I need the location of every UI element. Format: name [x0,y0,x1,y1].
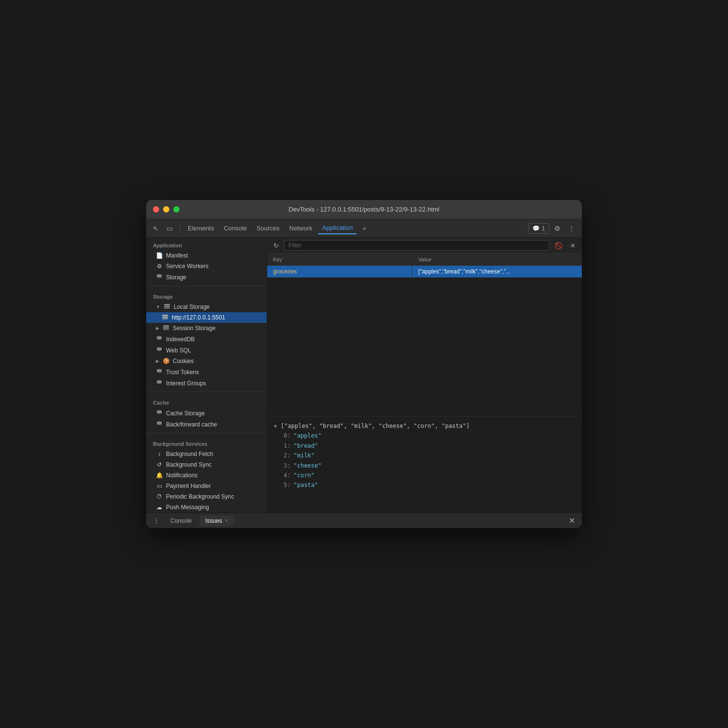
svg-rect-5 [162,317,168,318]
svg-rect-4 [162,315,168,316]
issues-count: 1 [542,225,545,232]
array-bracket: ["apples", "bread", "milk", "cheese", "c… [281,421,470,431]
section-header-application: Application [146,238,267,250]
sidebar-item-local-storage-origin[interactable]: http://127.0.0.1:5501 [146,312,267,323]
preview-item-1: 1: "bread" [284,441,575,451]
sidebar-item-web-sql[interactable]: Web SQL [146,345,267,356]
filter-input[interactable] [284,240,549,251]
tab-more[interactable]: » [359,223,370,234]
column-header-key: Key [267,256,412,263]
main-panel: ↻ 🚫 ✕ Key Value groceries ["apples","bre… [267,238,582,513]
sidebar-item-label: Notifications [166,472,197,479]
preview-item-2: 2: "milk" [284,451,575,460]
device-icon[interactable]: ▭ [164,223,176,234]
preview-item-3: 3: "cheese" [284,461,575,470]
window-title: DevTools - 127.0.0.1:5501/posts/9-13-22/… [288,206,439,213]
sidebar-item-notifications[interactable]: 🔔 Notifications [146,470,267,481]
section-header-cache: Cache [146,395,267,408]
tab-console[interactable]: Console [220,223,251,234]
sidebar-item-label: Session Storage [173,325,215,332]
console-tab-label: Console [170,517,192,524]
svg-rect-8 [163,327,169,329]
web-sql-icon [156,347,163,354]
toolbar-separator [180,224,180,233]
sidebar-item-label: Storage [166,274,186,281]
preview-item-5: 5: "pasta" [284,480,575,490]
tab-network[interactable]: Network [286,223,317,234]
cursor-icon[interactable]: ↖ [150,223,162,234]
minimize-button[interactable] [163,206,169,212]
periodic-background-sync-icon: ⏱ [156,493,163,500]
tab-elements[interactable]: Elements [184,223,218,234]
sidebar-item-label: Trust Tokens [166,369,199,376]
bottom-tab-issues[interactable]: Issues × [199,516,234,526]
settings-icon[interactable]: ⚙ [551,223,563,234]
session-storage-expand-arrow: ▶ [156,326,159,331]
cookies-icon: 🍪 [163,358,169,364]
local-storage-expand-arrow: ▼ [156,304,160,309]
issues-badge-button[interactable]: 💬 1 [528,223,549,234]
sidebar-item-label: Payment Handler [166,483,211,489]
maximize-button[interactable] [173,206,180,212]
indexeddb-icon [156,335,163,343]
expand-icon[interactable]: ▼ [274,422,277,430]
close-button[interactable] [153,206,159,212]
sidebar-item-back-forward-cache[interactable]: Back/forward cache [146,419,267,430]
sidebar-item-service-workers[interactable]: ⚙ Service Workers [146,261,267,272]
sidebar-item-trust-tokens[interactable]: Trust Tokens [146,366,267,378]
sidebar-item-push-messaging[interactable]: ☁ Push Messaging [146,502,267,513]
sidebar-item-cookies[interactable]: ▶ 🍪 Cookies [146,356,267,366]
bottom-tab-console[interactable]: Console [165,516,197,526]
sidebar-item-cache-storage[interactable]: Cache Storage [146,408,267,419]
table-row[interactable]: groceries ["apples","bread","milk","chee… [267,266,582,278]
traffic-lights[interactable] [153,206,180,212]
cache-storage-icon [156,410,163,417]
session-storage-icon [163,325,169,332]
issues-tab-close-icon[interactable]: × [225,518,228,523]
sidebar-item-periodic-background-sync[interactable]: ⏱ Periodic Background Sync [146,491,267,502]
issues-icon: 💬 [532,225,540,232]
preview-item-4: 4: "corn" [284,470,575,480]
interest-groups-icon [156,379,163,387]
sidebar-item-indexeddb[interactable]: IndexedDB [146,334,267,345]
table-cell-value: ["apples","bread","milk","cheese","... [412,266,582,277]
sidebar-item-storage-app[interactable]: Storage [146,272,267,283]
sidebar-item-manifest[interactable]: 📄 Manifest [146,250,267,261]
clear-filter-icon[interactable]: 🚫 [552,241,565,251]
preview-panel: ▼ ["apples", "bread", "milk", "cheese", … [267,416,582,513]
manifest-icon: 📄 [156,252,163,259]
background-fetch-icon: ↕ [156,451,163,457]
more-options-icon[interactable]: ⋮ [565,223,578,234]
bottom-more-icon[interactable]: ⋮ [150,515,163,527]
bottom-close-button[interactable]: ✕ [566,515,578,526]
preview-array-header: ▼ ["apples", "bread", "milk", "cheese", … [274,421,575,431]
sidebar-item-session-storage[interactable]: ▶ Session Storage [146,323,267,334]
issues-tab-label: Issues [205,517,222,524]
sidebar-item-label: Cookies [173,358,194,364]
svg-rect-2 [164,306,170,307]
main-content: Application 📄 Manifest ⚙ Service Workers… [146,238,582,513]
column-header-value: Value [412,256,582,263]
background-sync-icon: ↺ [156,461,163,468]
service-workers-icon: ⚙ [156,263,163,270]
sidebar-item-background-sync[interactable]: ↺ Background Sync [146,459,267,470]
sidebar-item-label: Service Workers [166,263,209,270]
section-header-background-services: Background Services [146,436,267,449]
sidebar-item-label: Background Fetch [166,451,213,457]
local-storage-icon [164,303,170,310]
sidebar-item-interest-groups[interactable]: Interest Groups [146,378,267,389]
refresh-button[interactable]: ↻ [271,241,281,251]
cookies-expand-arrow: ▶ [156,359,159,364]
close-filter-button[interactable]: ✕ [568,241,578,251]
bottom-bar: ⋮ Console Issues × ✕ [146,513,582,528]
sidebar-item-background-fetch[interactable]: ↕ Background Fetch [146,449,267,459]
tab-sources[interactable]: Sources [253,223,284,234]
payment-handler-icon: ▭ [156,483,163,489]
sidebar-item-label: Cache Storage [166,410,205,417]
tab-application[interactable]: Application [318,222,357,234]
divider-2 [146,392,267,392]
divider-3 [146,433,267,433]
sidebar-item-label: Interest Groups [166,380,206,387]
sidebar-item-payment-handler[interactable]: ▭ Payment Handler [146,481,267,491]
sidebar-item-local-storage[interactable]: ▼ Local Storage [146,302,267,312]
